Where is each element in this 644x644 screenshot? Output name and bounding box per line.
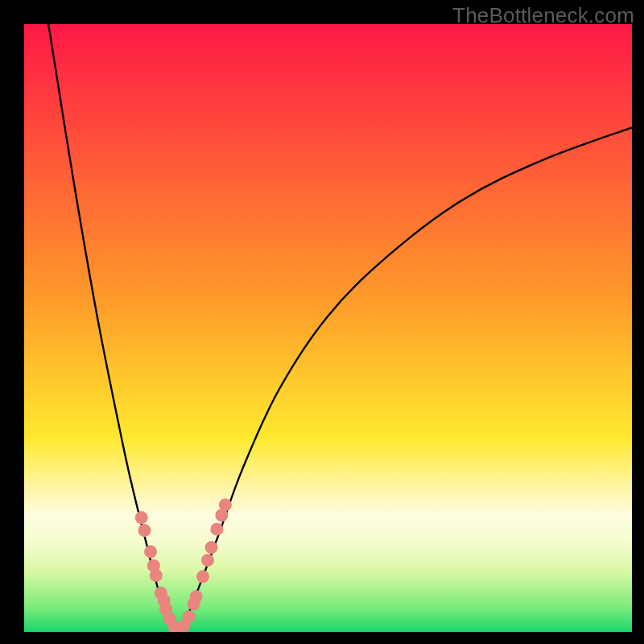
chart-frame: TheBottleneck.com [0, 0, 644, 644]
data-point [150, 569, 163, 582]
bottleneck-curve [24, 24, 632, 632]
data-point [196, 570, 209, 583]
data-point [135, 511, 148, 524]
plot-area [24, 24, 632, 632]
data-point [190, 590, 203, 603]
data-point [144, 545, 157, 558]
data-point [205, 541, 218, 554]
data-point [201, 554, 214, 567]
data-point [183, 610, 196, 623]
watermark-text: TheBottleneck.com [452, 3, 634, 28]
data-point [138, 524, 151, 537]
data-point [219, 498, 232, 511]
data-point [210, 522, 223, 535]
